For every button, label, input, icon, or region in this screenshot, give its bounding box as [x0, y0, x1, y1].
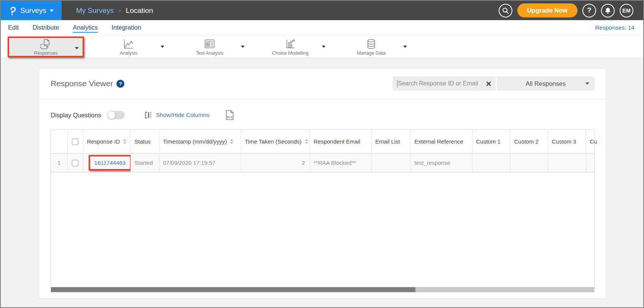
nav-item-analytics[interactable]: Analytics: [73, 24, 98, 31]
breadcrumb: My Surveys › Location: [76, 6, 153, 15]
display-questions-label: Display Questions: [51, 112, 101, 119]
show-hide-columns-label[interactable]: Show/Hide Columns: [156, 112, 209, 118]
x-icon: [486, 81, 491, 86]
header-actions: Upgrade Now ? EM: [499, 3, 643, 17]
toolbar-item-manage-data[interactable]: Manage Data: [347, 38, 396, 56]
external-reference-cell: test_response: [410, 153, 472, 172]
columns-icon: [145, 111, 152, 119]
row-select-cell: [67, 153, 83, 172]
chevron-down-icon[interactable]: [403, 46, 407, 48]
horizontal-scrollbar-track[interactable]: [51, 287, 594, 292]
toolbar-label: Responses: [34, 51, 58, 56]
column-header-timestamp[interactable]: Timestamp (mm/dd/yyyy): [159, 130, 241, 153]
notifications-button[interactable]: [601, 4, 615, 17]
sort-icon[interactable]: [230, 139, 233, 144]
questionpro-logo-icon: [9, 5, 17, 16]
breadcrumb-my-surveys[interactable]: My Surveys: [76, 6, 114, 15]
responses-table: Response ID Status Timestamp (mm/dd/yyyy…: [51, 130, 594, 172]
database-icon: [366, 38, 376, 50]
toolbar-label: Choice Modelling: [272, 51, 308, 56]
avatar[interactable]: EM: [620, 4, 633, 17]
search-button[interactable]: [499, 4, 512, 17]
toolbar-item-choice-modelling[interactable]: Choice Modelling: [266, 38, 315, 56]
column-header-status: Status: [130, 130, 159, 153]
chevron-down-icon: [585, 82, 589, 85]
response-viewer-card: Response Viewer ? All Responses: [39, 68, 606, 299]
window-frame: Surveys My Surveys › Location Upgrade No…: [0, 0, 644, 308]
search-icon: [502, 7, 509, 14]
column-header-custom-3: Custom 3: [548, 130, 586, 153]
breadcrumb-separator: ›: [119, 7, 121, 14]
toggle-knob: [107, 111, 116, 119]
help-button[interactable]: ?: [582, 4, 596, 17]
status-cell: Started: [130, 153, 159, 172]
nav-item-integration[interactable]: Integration: [111, 24, 141, 31]
display-questions-toggle[interactable]: [107, 111, 125, 119]
response-search: [393, 76, 496, 91]
page-background: Response Viewer ? All Responses: [1, 58, 643, 307]
row-checkbox[interactable]: [72, 160, 78, 166]
card-body: Display Questions Show/Hide Columns: [39, 99, 606, 292]
custom-1-cell: [472, 153, 510, 172]
line-chart-icon: [122, 38, 135, 50]
show-hide-columns-button[interactable]: [145, 111, 152, 119]
table-header-row: Response ID Status Timestamp (mm/dd/yyyy…: [51, 130, 594, 153]
newspaper-grid-icon: [204, 38, 215, 50]
product-name: Surveys: [20, 6, 46, 15]
breadcrumb-current: Location: [126, 6, 153, 15]
column-header-time-taken[interactable]: Time Taken (Seconds): [241, 130, 310, 153]
chevron-down-icon: [50, 9, 54, 12]
page-title: Response Viewer: [51, 79, 113, 88]
toolbar-label: Analysis: [120, 51, 138, 56]
product-switcher[interactable]: Surveys: [1, 1, 62, 20]
toolbar-item-responses[interactable]: Responses: [8, 36, 84, 57]
survey-nav: Edit Distribute Analytics Integration Re…: [1, 20, 643, 35]
timestamp-cell: 07/09/2020 17:19:57: [159, 153, 241, 172]
column-header-response-id[interactable]: Response ID: [83, 130, 130, 153]
custom-2-cell: [510, 153, 548, 172]
toolbar-item-text-analysis[interactable]: Text Analysis: [185, 38, 234, 56]
xls-file-icon: XLS: [225, 110, 234, 120]
help-icon[interactable]: ?: [116, 80, 124, 88]
custom-4-cell: [586, 153, 594, 172]
analytics-toolbar: Responses Analysis: [1, 35, 643, 58]
responses-filter-dropdown[interactable]: All Responses: [497, 76, 595, 91]
email-list-cell: [371, 153, 410, 172]
chevron-down-icon[interactable]: [75, 47, 79, 49]
column-header-custom-4-clipped: Cu: [586, 130, 594, 153]
bell-icon: [604, 7, 611, 14]
column-header-respondent-email: Respondent Email: [310, 130, 371, 153]
upgrade-now-button[interactable]: Upgrade Now: [517, 3, 577, 17]
response-id-link[interactable]: 1611744463: [94, 160, 126, 166]
chevron-down-icon[interactable]: [161, 46, 164, 48]
table-controls: Display Questions Show/Hide Columns: [51, 107, 595, 123]
chevron-down-icon[interactable]: [241, 46, 245, 48]
chevron-down-icon[interactable]: [322, 46, 326, 48]
column-header-custom-1: Custom 1: [472, 130, 510, 153]
select-all-checkbox[interactable]: [72, 139, 78, 145]
time-taken-cell: 2: [241, 153, 310, 172]
sort-icon[interactable]: [123, 139, 126, 144]
select-all-header: [67, 130, 83, 153]
filter-value: All Responses: [526, 80, 566, 87]
row-index: 1: [51, 153, 67, 172]
svg-text:XLS: XLS: [227, 115, 233, 119]
column-header-email-list: Email List: [371, 130, 410, 153]
horizontal-scrollbar-thumb[interactable]: [51, 287, 415, 292]
search-input[interactable]: [398, 80, 486, 87]
export-xls-button[interactable]: XLS: [225, 110, 234, 120]
nav-item-edit[interactable]: Edit: [8, 24, 19, 31]
nav-item-distribute[interactable]: Distribute: [32, 24, 59, 31]
respondent-email-cell: **RAA Blocked**: [310, 153, 371, 172]
column-header-custom-2: Custom 2: [510, 130, 548, 153]
clear-search-button[interactable]: [486, 81, 491, 86]
question-mark-icon: ?: [587, 6, 592, 14]
responses-count: Responses: 14: [595, 24, 636, 31]
toolbar-item-analysis[interactable]: Analysis: [104, 38, 153, 56]
responses-table-frame: Response ID Status Timestamp (mm/dd/yyyy…: [51, 130, 595, 292]
sort-icon[interactable]: [305, 139, 308, 144]
custom-3-cell: [548, 153, 586, 172]
top-header: Surveys My Surveys › Location Upgrade No…: [1, 1, 643, 20]
scatter-model-icon: [285, 38, 296, 50]
response-id-cell: 1611744463: [83, 153, 130, 172]
